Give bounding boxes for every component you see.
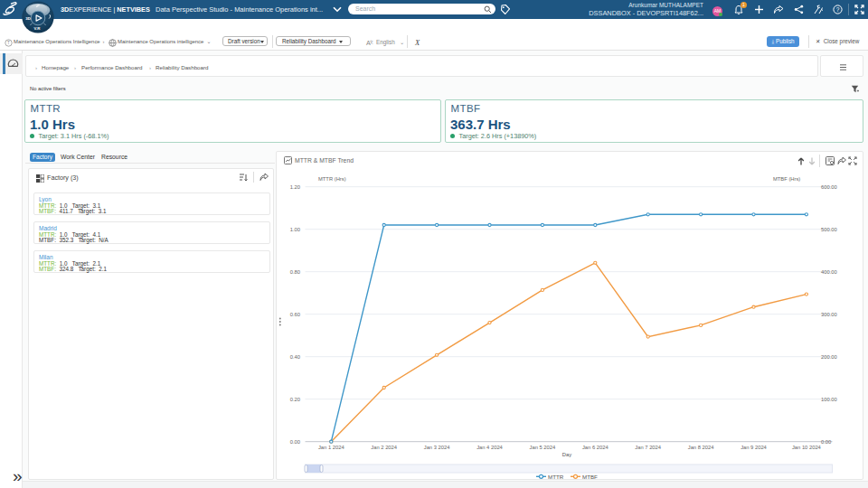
svg-text:Jan 7 2024: Jan 7 2024 xyxy=(635,445,661,450)
svg-text:300.00: 300.00 xyxy=(821,312,837,317)
svg-text:0.40: 0.40 xyxy=(290,354,300,360)
svg-text:1.20: 1.20 xyxy=(290,184,300,190)
svg-text:Jan 5 2024: Jan 5 2024 xyxy=(530,445,556,450)
svg-text:500.00: 500.00 xyxy=(821,227,837,232)
svg-text:3D: 3D xyxy=(25,16,31,21)
svg-text:200.00: 200.00 xyxy=(821,354,837,360)
svg-text:?: ? xyxy=(836,6,840,13)
svg-text:Jan 6 2024: Jan 6 2024 xyxy=(582,445,609,450)
svg-text:Jan 1 2024: Jan 1 2024 xyxy=(318,445,344,450)
svg-text:V.R: V.R xyxy=(34,26,42,31)
svg-text:100.00: 100.00 xyxy=(821,397,837,402)
svg-text:MTTR (Hrs): MTTR (Hrs) xyxy=(318,176,346,182)
svg-text:0.80: 0.80 xyxy=(290,269,300,275)
svg-text:0.20: 0.20 xyxy=(290,397,300,402)
svg-text:0.00: 0.00 xyxy=(821,439,831,445)
svg-text:MTBF (Hrs): MTBF (Hrs) xyxy=(773,176,800,182)
svg-text:Day: Day xyxy=(562,452,571,457)
svg-text:文: 文 xyxy=(370,40,374,44)
svg-text:Jan 3 2024: Jan 3 2024 xyxy=(424,445,450,450)
svg-text:600.00: 600.00 xyxy=(821,184,837,190)
svg-text:MTTR: MTTR xyxy=(548,474,564,480)
svg-text:0.00: 0.00 xyxy=(290,439,300,445)
svg-text:MTBF: MTBF xyxy=(582,474,598,480)
svg-text:T: T xyxy=(7,41,10,45)
svg-text:Jan 10 2024: Jan 10 2024 xyxy=(792,445,822,450)
svg-text:400.00: 400.00 xyxy=(821,269,837,275)
svg-text:Jan 8 2024: Jan 8 2024 xyxy=(688,445,714,450)
svg-text:0.60: 0.60 xyxy=(290,312,300,317)
svg-text:Jan 4 2024: Jan 4 2024 xyxy=(476,445,503,450)
svg-text:Jan 9 2024: Jan 9 2024 xyxy=(741,445,767,450)
svg-text:Jan 2 2024: Jan 2 2024 xyxy=(371,445,397,450)
svg-text:1.00: 1.00 xyxy=(290,227,300,232)
